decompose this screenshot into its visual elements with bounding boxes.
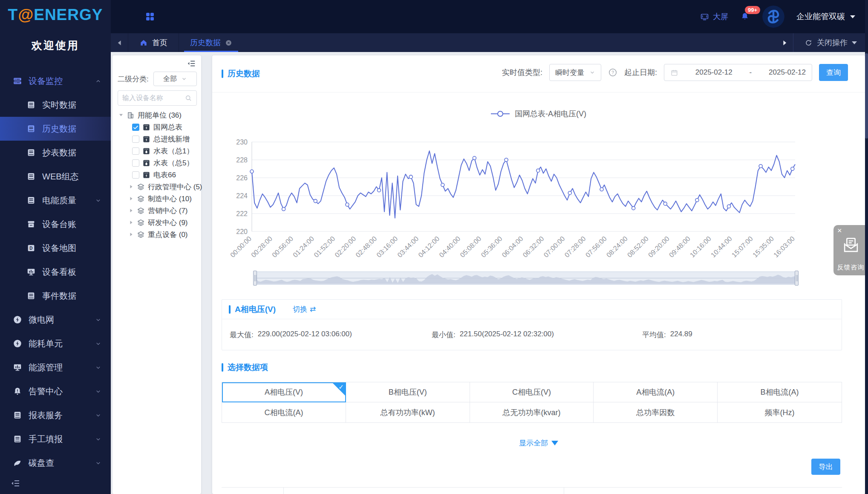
book-icon (26, 148, 36, 157)
data-item-button-6[interactable]: 总有功功率(kW) (346, 402, 470, 422)
caret-right-icon[interactable] (129, 208, 134, 213)
device-search-input[interactable] (122, 94, 185, 102)
tree-node[interactable]: 研发中心 (9) (112, 217, 201, 228)
help-icon[interactable]: ? (608, 68, 617, 77)
category-label: 二级分类: (118, 74, 149, 84)
scrollbar-thumb[interactable] (865, 53, 868, 139)
tabs-scroll-left-icon[interactable] (111, 40, 128, 46)
sidebar-collapse-icon[interactable] (10, 478, 20, 488)
realtime-type-select[interactable]: 瞬时变量 (549, 64, 601, 81)
sidebar-item-15[interactable]: 手工填报 (0, 427, 111, 451)
data-item-button-2[interactable]: C相电压(V) (470, 382, 594, 402)
category-filter-row: 二级分类: 全部 (118, 72, 197, 86)
data-item-button-3[interactable]: A相电流(A) (594, 382, 718, 402)
tree-node[interactable]: 电表66 (112, 169, 201, 181)
close-icon[interactable]: × (837, 227, 842, 234)
sidebar-item-label: 设备监控 (29, 75, 63, 87)
tree-node-label: 总进线新增 (153, 134, 190, 144)
sidebar-item-11[interactable]: 能耗单元 (0, 332, 111, 355)
svg-text:03:16:00: 03:16:00 (375, 235, 399, 259)
data-item-label: C相电流(A) (264, 407, 303, 418)
checkbox[interactable] (132, 124, 139, 131)
data-item-button-7[interactable]: 总无功功率(kvar) (470, 402, 594, 422)
caret-down-icon[interactable] (118, 113, 124, 118)
sidebar-item-6[interactable]: 设备台账 (0, 212, 111, 236)
notifications-button[interactable]: 99+ (740, 12, 750, 22)
sidebar-item-10[interactable]: 微电网 (0, 308, 111, 332)
date-range-picker[interactable]: 2025-02-12 - 2025-02-12 (664, 64, 812, 81)
sidebar-item-8[interactable]: 设备看板 (0, 260, 111, 284)
refresh-icon[interactable] (805, 39, 813, 47)
sidebar-item-9[interactable]: 事件数据 (0, 284, 111, 308)
tab-home[interactable]: 首页 (128, 33, 179, 52)
data-item-button-5[interactable]: C相电流(A) (222, 402, 346, 422)
tree-node[interactable]: 营销中心 (7) (112, 205, 201, 217)
tree-node[interactable]: 水表（总5） (112, 157, 201, 169)
data-item-label: A相电压(V) (265, 387, 303, 397)
caret-right-icon[interactable] (129, 220, 134, 225)
sidebar-item-2[interactable]: 历史数据 (0, 117, 111, 141)
category-select[interactable]: 全部 (153, 72, 197, 86)
bigscreen-button[interactable]: 大屏 (700, 12, 728, 22)
sidebar-item-3[interactable]: 抄表数据 (0, 141, 111, 165)
chevron-up-icon (95, 78, 101, 84)
data-item-button-0[interactable]: A相电压(V)✓ (222, 382, 346, 402)
data-item-button-8[interactable]: 总功率因数 (594, 402, 718, 422)
checkbox[interactable] (132, 171, 139, 179)
checkbox[interactable] (132, 159, 139, 167)
caret-right-icon[interactable] (129, 232, 134, 237)
tree-node[interactable]: 行政管理中心 (5) (112, 181, 201, 193)
book-icon (26, 291, 36, 300)
svg-text:222: 222 (236, 210, 248, 217)
apps-grid-icon[interactable] (145, 12, 155, 22)
sidebar-item-4[interactable]: WEB组态 (0, 165, 111, 188)
tree-node[interactable]: 总进线新增 (112, 133, 201, 145)
data-item-button-9[interactable]: 频率(Hz) (718, 402, 842, 422)
data-table-partial (222, 487, 842, 494)
tree-node[interactable]: 水表（总1） (112, 145, 201, 157)
query-button[interactable]: 查询 (819, 64, 848, 81)
checkbox[interactable] (132, 147, 139, 155)
sidebar-item-1[interactable]: 实时数据 (0, 93, 111, 117)
sidebar-item-13[interactable]: 告警中心 (0, 379, 111, 403)
caret-right-icon[interactable] (129, 184, 134, 189)
tree-node[interactable]: 重点设备 (0) (112, 228, 201, 240)
date-range-label: 起止日期: (624, 67, 657, 78)
layers-icon (137, 183, 145, 191)
sidebar-item-12[interactable]: 能源管理 (0, 355, 111, 379)
datazoom-handle-left[interactable] (253, 271, 257, 286)
meter-elec-icon (142, 123, 150, 131)
feedback-widget[interactable]: × 反馈咨询 (833, 225, 868, 275)
data-item-button-4[interactable]: B相电流(A) (718, 382, 842, 402)
query-filters: 实时值类型: 瞬时变量 ? 起止日期: 2025-02-12 - 2025-02… (502, 64, 848, 81)
datazoom-slider[interactable] (255, 272, 797, 285)
data-item-button-1[interactable]: B相电压(V) (346, 382, 470, 402)
export-button[interactable]: 导出 (811, 459, 840, 475)
page-scrollbar[interactable] (865, 0, 868, 494)
sidebar-item-7[interactable]: D设备地图 (0, 236, 111, 260)
tree-node[interactable]: 制造中心 (10) (112, 193, 201, 205)
layers-icon (137, 207, 145, 215)
sidebar-item-14[interactable]: 报表服务 (0, 403, 111, 427)
checkbox[interactable] (132, 136, 139, 143)
sidebar-item-16[interactable]: 碳盘查 (0, 451, 111, 473)
tree-node[interactable]: 用能单位 (36) (112, 109, 201, 121)
device-tree: 用能单位 (36)国网总表总进线新增水表（总1）水表（总5）电表66行政管理中心… (112, 109, 201, 240)
tree-node[interactable]: 国网总表 (112, 121, 201, 133)
org-menu[interactable]: 企业能管双碳 (796, 11, 855, 22)
close-operations-menu[interactable]: 关闭操作 (793, 33, 868, 52)
chart-legend[interactable]: 国网总表-A相电压(V) (212, 109, 865, 119)
device-search (118, 90, 197, 106)
avatar[interactable] (762, 6, 784, 28)
tab-history-data[interactable]: 历史数据 (179, 33, 243, 52)
panel-collapse-icon[interactable] (187, 59, 196, 68)
tabs-scroll-right-icon[interactable] (776, 40, 793, 46)
svg-text:230: 230 (236, 139, 248, 146)
caret-right-icon[interactable] (129, 196, 134, 201)
show-all-toggle[interactable]: 显示全部 (212, 438, 865, 448)
switch-link[interactable]: 切换 ⇄ (293, 304, 316, 314)
datazoom-handle-right[interactable] (795, 271, 799, 286)
tab-close-icon[interactable] (225, 39, 232, 46)
sidebar-item-5[interactable]: 电能质量 (0, 188, 111, 212)
sidebar-item-0[interactable]: 设备监控 (0, 69, 111, 93)
